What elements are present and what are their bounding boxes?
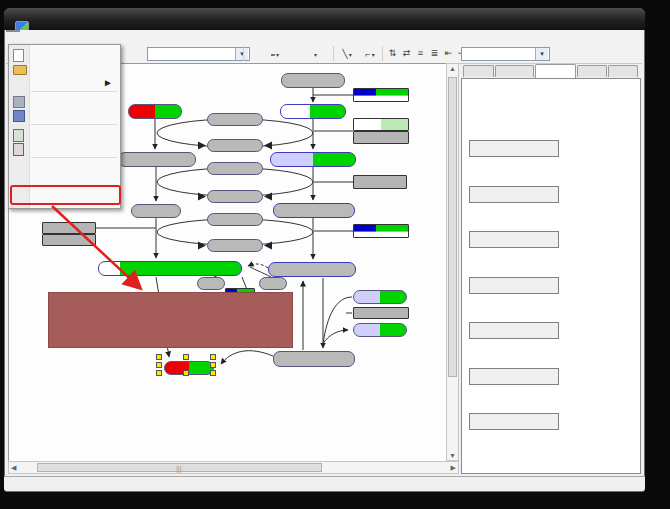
- horizontal-scroll-thumb[interactable]: |||: [37, 463, 322, 472]
- node-ptdss2[interactable]: [353, 307, 409, 319]
- status-bar: [4, 476, 645, 491]
- selection-handle[interactable]: [156, 362, 162, 368]
- canvas-horizontal-scrollbar[interactable]: ◀ ||| ▶: [8, 461, 459, 474]
- canvas-vertical-scrollbar[interactable]: ▲ ▼: [446, 63, 459, 461]
- node-etnk1[interactable]: [353, 118, 409, 131]
- file-menu-item-print[interactable]: [9, 161, 119, 175]
- file-menu-item-save-as[interactable]: [9, 109, 119, 123]
- node-atp[interactable]: [207, 139, 263, 152]
- selection-handle[interactable]: [183, 370, 189, 376]
- node-pcyt2[interactable]: [353, 175, 407, 189]
- file-menu-item-export[interactable]: [9, 142, 119, 156]
- chevron-down-icon[interactable]: ▾: [235, 48, 248, 60]
- elbow-connector-icon: ⌐: [365, 49, 370, 59]
- backpage-panel: [461, 78, 641, 474]
- new-label-button[interactable]: ▾: [296, 46, 334, 62]
- node-adp[interactable]: [207, 113, 263, 126]
- file-menu-item-import[interactable]: [9, 128, 119, 142]
- node-phosphatidylethanolamine[interactable]: [268, 262, 356, 277]
- toolbar-separator: [382, 46, 383, 61]
- scroll-up-icon[interactable]: ▲: [447, 65, 458, 72]
- new-datanode-button[interactable]: ▾: [256, 46, 294, 62]
- file-menu-item-exit[interactable]: [9, 175, 119, 189]
- selection-handle[interactable]: [156, 370, 162, 376]
- node-phosphatidylcholines[interactable]: [98, 261, 242, 276]
- zoom-select[interactable]: ▾: [147, 47, 250, 61]
- node-phosphocholine[interactable]: [118, 152, 196, 167]
- new-file-icon: [13, 49, 24, 62]
- node-cept1[interactable]: [353, 224, 409, 238]
- selection-handle[interactable]: [156, 354, 162, 360]
- selection-handle[interactable]: [183, 354, 189, 360]
- tab-backpage[interactable]: [535, 64, 576, 78]
- stack-horizontal-icon[interactable]: ≣: [428, 46, 441, 60]
- selection-handle[interactable]: [210, 370, 216, 376]
- node-sah[interactable]: [197, 277, 225, 290]
- file-menu-item-batch-export[interactable]: [9, 189, 119, 203]
- node-sphingolipids[interactable]: [281, 73, 345, 88]
- tab-properties[interactable]: [495, 65, 534, 77]
- chevron-down-icon[interactable]: ▾: [349, 52, 352, 58]
- node-sgpl1[interactable]: [353, 88, 409, 102]
- node-ppi[interactable]: [207, 190, 263, 203]
- node-pcyt1a[interactable]: [42, 234, 96, 246]
- file-menu-item-open-recent[interactable]: ►: [9, 76, 119, 90]
- visualization-select[interactable]: ▾: [461, 47, 550, 61]
- callout: [48, 292, 293, 348]
- node-etnk2[interactable]: [353, 131, 409, 144]
- import-icon: [13, 129, 24, 142]
- node-ethanolamine-top[interactable]: [280, 104, 346, 119]
- chevron-down-icon[interactable]: ▾: [314, 52, 317, 58]
- align-left-icon[interactable]: ⇤: [442, 46, 455, 60]
- file-menu-item-new[interactable]: [9, 48, 119, 62]
- scroll-right-icon[interactable]: ▶: [451, 464, 456, 472]
- node-l-serine[interactable]: [353, 290, 407, 304]
- node-o-phosphoethanolamine[interactable]: [270, 152, 356, 167]
- node-pcyt1b[interactable]: [42, 222, 96, 234]
- new-line-button[interactable]: ╲▾: [336, 46, 358, 62]
- open-folder-icon: [13, 65, 27, 75]
- chevron-down-icon[interactable]: ▾: [372, 52, 375, 58]
- xref-db-kegg-compound: [469, 277, 559, 294]
- menu-file[interactable]: [6, 30, 20, 32]
- title-bar: [4, 8, 645, 30]
- node-cdp-ethanolamine[interactable]: [273, 203, 355, 218]
- node-choline-selected[interactable]: [164, 361, 214, 375]
- save-as-icon: [13, 110, 25, 122]
- file-menu: ►: [8, 44, 121, 209]
- file-menu-item-open[interactable]: [9, 62, 119, 76]
- node-cdp-choline[interactable]: [131, 204, 181, 218]
- export-icon: [13, 143, 24, 156]
- xref-db-cas: [469, 140, 559, 157]
- node-phosphatidylserine[interactable]: [273, 351, 355, 367]
- node-sam[interactable]: [259, 277, 287, 290]
- tab-search[interactable]: [577, 65, 607, 77]
- selection-handle[interactable]: [210, 362, 216, 368]
- scroll-down-icon[interactable]: ▼: [447, 452, 458, 459]
- node-ctp[interactable]: [207, 162, 263, 175]
- xref-db-wikipedia: [469, 413, 559, 430]
- new-connector-button[interactable]: ⌐▾: [358, 46, 382, 62]
- node-dag-mag[interactable]: [207, 213, 263, 226]
- file-menu-item-save[interactable]: [9, 95, 119, 109]
- menu-separator: [31, 124, 117, 125]
- stack-vertical-icon[interactable]: ≡: [414, 46, 427, 60]
- panel-tabs: [460, 64, 644, 78]
- tab-legend[interactable]: [608, 65, 638, 77]
- vertical-scroll-thumb[interactable]: [448, 77, 457, 377]
- tab-objects[interactable]: [463, 65, 494, 77]
- node-ethanolamine-bottom[interactable]: [353, 323, 407, 337]
- chevron-down-icon[interactable]: ▾: [276, 52, 279, 58]
- backpage-content: [462, 79, 642, 475]
- toolbar-separator: [333, 46, 334, 61]
- xref-db-nugo-wiki: [469, 368, 559, 385]
- node-choline-top[interactable]: [128, 104, 182, 119]
- scroll-left-icon[interactable]: ◀: [11, 464, 16, 472]
- align-center-vertical-icon[interactable]: ⇅: [386, 46, 399, 60]
- align-center-horizontal-icon[interactable]: ⇄: [400, 46, 413, 60]
- save-icon: [13, 96, 25, 108]
- menu-bar: [6, 30, 642, 45]
- selection-handle[interactable]: [210, 354, 216, 360]
- chevron-down-icon[interactable]: ▾: [535, 48, 548, 60]
- node-cmp[interactable]: [207, 239, 263, 252]
